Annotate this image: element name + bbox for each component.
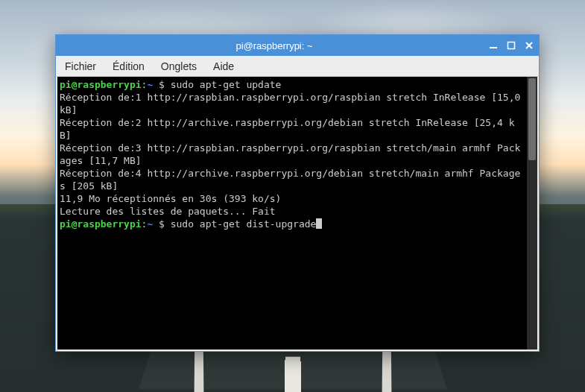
menu-edit[interactable]: Édition xyxy=(110,59,148,74)
terminal-scrollbar[interactable] xyxy=(527,77,537,350)
prompt-user-host: pi@raspberrypi xyxy=(60,218,142,230)
terminal-container: pi@raspberrypi:~ $ sudo apt-get update R… xyxy=(56,77,539,351)
close-button[interactable] xyxy=(524,40,534,51)
menu-bar: Fichier Édition Onglets Aide xyxy=(56,56,539,77)
prompt-dollar: $ xyxy=(153,218,170,230)
prompt-dollar: $ xyxy=(153,79,170,90)
terminal-line: Réception de:3 http://raspbian.raspberry… xyxy=(60,142,520,166)
window-titlebar[interactable]: pi@raspberrypi: ~ xyxy=(56,35,539,56)
menu-file[interactable]: Fichier xyxy=(62,59,99,74)
terminal-line: 11,9 Mo réceptionnés en 30s (393 ko/s) xyxy=(60,193,281,204)
window-controls xyxy=(488,40,534,51)
command-2: sudo apt-get dist-upgrade xyxy=(171,218,317,230)
terminal-line: Réception de:4 http://archive.raspberryp… xyxy=(60,168,520,192)
minimize-button[interactable] xyxy=(488,40,499,51)
menu-tabs[interactable]: Onglets xyxy=(158,59,200,74)
maximize-button[interactable] xyxy=(506,40,516,51)
command-1: sudo apt-get update xyxy=(171,79,282,90)
terminal-line: Réception de:2 http://archive.raspberryp… xyxy=(60,117,514,141)
prompt-user-host: pi@raspberrypi xyxy=(60,79,142,90)
terminal-window: pi@raspberrypi: ~ Fichier Édition Onglet… xyxy=(55,34,540,352)
terminal-output[interactable]: pi@raspberrypi:~ $ sudo apt-get update R… xyxy=(57,77,527,350)
terminal-cursor xyxy=(316,218,322,229)
scrollbar-thumb[interactable] xyxy=(528,78,536,160)
svg-rect-1 xyxy=(508,42,515,49)
menu-help[interactable]: Aide xyxy=(210,59,237,74)
terminal-line: Lecture des listes de paquets... Fait xyxy=(60,206,276,217)
terminal-line: Réception de:1 http://raspbian.raspberry… xyxy=(60,92,526,116)
window-title: pi@raspberrypi: ~ xyxy=(60,40,488,51)
